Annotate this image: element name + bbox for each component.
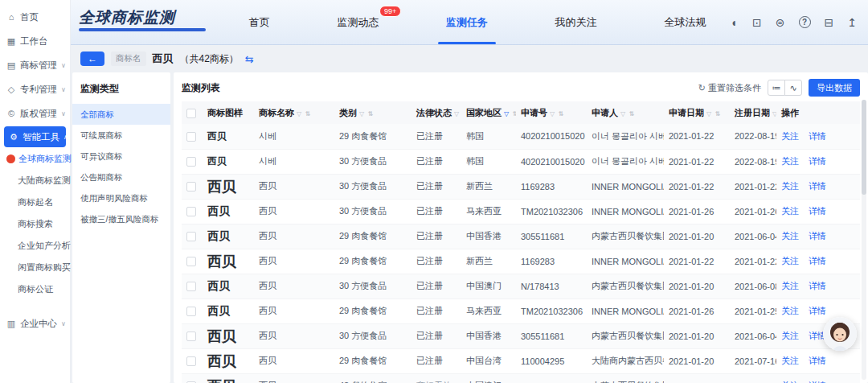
application-no-cell: 305511681 xyxy=(516,323,587,348)
customer-service-icon[interactable]: ⊜ xyxy=(776,17,785,28)
row-checkbox[interactable] xyxy=(186,207,196,216)
sort-icon[interactable]: ⇅ xyxy=(555,110,564,117)
sort-icon[interactable]: ⇅ xyxy=(712,110,721,117)
trademark-logo: 西贝 xyxy=(207,253,236,270)
swap-icon[interactable]: ⇆ xyxy=(245,53,254,65)
sidebar-sub-item[interactable]: 商标起名 xyxy=(0,192,70,213)
nav-tab[interactable]: 我的关注 xyxy=(552,1,600,44)
follow-link[interactable]: 关注 xyxy=(781,131,799,141)
applicant-cell: INNER MONGOLIA XIBEI RESTA xyxy=(587,174,664,199)
application-no-cell: N/63278 xyxy=(516,373,587,383)
sidebar-sub-item[interactable]: 商标搜索 xyxy=(0,213,70,235)
monitor-type-item[interactable]: 全部商标 xyxy=(72,104,170,125)
nav-tab[interactable]: 监测动态 99+ xyxy=(334,1,382,44)
table-row[interactable]: 西贝 시베 30 方便食品 已注册 韩国 4020210015020 이너 몽골… xyxy=(182,149,860,174)
detail-link[interactable]: 详情 xyxy=(809,306,826,315)
trademark-name-cell: 西贝 xyxy=(254,373,334,383)
column-header-label: 法律状态 xyxy=(416,108,452,117)
detail-link[interactable]: 详情 xyxy=(809,281,826,290)
back-button[interactable]: ← xyxy=(80,51,104,66)
help-icon[interactable]: ? xyxy=(799,16,811,28)
filter-icon[interactable]: ▽ xyxy=(772,110,776,117)
assistant-avatar[interactable] xyxy=(823,317,857,351)
sidebar-item[interactable]: ▦ 工作台 xyxy=(0,29,70,53)
legal-status-cell: 已注册 xyxy=(411,124,461,149)
sidebar-item[interactable]: © 版权管理 ∨ xyxy=(0,101,70,126)
table-row[interactable]: 西贝 西贝 29 肉食餐馆 已注册 新西兰 1169283 INNER MONG… xyxy=(182,249,860,274)
sort-icon[interactable]: ⇅ xyxy=(365,110,374,117)
table-row[interactable]: 西贝 西贝 29 肉食餐馆 已注册 马来西亚 TM2021032306 INNE… xyxy=(182,299,860,323)
table-row[interactable]: 西贝 西贝 29 肉食餐馆 已注册 中国台湾 110004295 大陆商内蒙古西… xyxy=(182,348,860,373)
sidebar-sub-item[interactable]: 大陆商标监测 xyxy=(0,170,70,192)
sidebar-item[interactable]: ◇ 专利管理 ∨ xyxy=(0,77,70,101)
table-row[interactable]: 西贝 西贝 30 方便食品 已注册 中国香港 305511681 内蒙古西贝餐饮… xyxy=(182,323,860,348)
row-checkbox[interactable] xyxy=(186,282,196,291)
nav-tab[interactable]: 全球法规 xyxy=(661,1,709,44)
table-view-button[interactable]: ≔ xyxy=(768,80,785,96)
checkbox-cell xyxy=(182,373,203,383)
export-data-button[interactable]: 导出数据 xyxy=(809,79,860,97)
monitor-type-item[interactable]: 被撤三/撤五风险商标 xyxy=(72,208,170,229)
checkbox-cell xyxy=(182,174,203,199)
monitor-type-item[interactable]: 可续展商标 xyxy=(72,125,170,146)
row-checkbox[interactable] xyxy=(186,132,196,142)
follow-link[interactable]: 关注 xyxy=(781,356,799,365)
table-row[interactable]: 西贝 西贝 30 方便食品 已注册 新西兰 1169283 INNER MONG… xyxy=(182,174,860,199)
follow-link[interactable]: 关注 xyxy=(781,206,799,216)
sidebar-sub-item[interactable]: 企业知产分析 xyxy=(0,235,70,257)
monitor-type-item[interactable]: 可异议商标 xyxy=(72,146,170,167)
sort-icon[interactable]: ⇅ xyxy=(510,110,516,117)
sidebar-sub-item[interactable]: 全球商标监测 xyxy=(0,148,70,170)
sidebar-sub-item[interactable]: 闲置商标购买 xyxy=(0,257,70,278)
row-checkbox[interactable] xyxy=(186,332,196,341)
table-row[interactable]: 西贝 西贝 30 方便食品 已注册 马来西亚 TM2021032306 INNE… xyxy=(182,199,860,224)
select-all-checkbox[interactable] xyxy=(186,109,196,118)
table-row[interactable]: 西贝 西贝 29 肉食餐馆 已注册 中国香港 305511681 内蒙古西贝餐饮… xyxy=(182,224,860,249)
follow-link[interactable]: 关注 xyxy=(781,281,799,290)
detail-link[interactable]: 详情 xyxy=(809,131,826,141)
detail-link[interactable]: 详情 xyxy=(809,256,826,266)
row-checkbox[interactable] xyxy=(186,157,196,167)
row-checkbox[interactable] xyxy=(186,182,196,192)
theme-contrast-icon[interactable]: ◐ xyxy=(732,17,739,28)
detail-link[interactable]: 详情 xyxy=(809,181,826,191)
column-header-label: 申请人 xyxy=(592,108,618,117)
follow-link[interactable]: 关注 xyxy=(781,331,799,340)
sort-icon[interactable]: ⇅ xyxy=(302,110,311,117)
follow-link[interactable]: 关注 xyxy=(781,181,799,191)
table-row[interactable]: 西贝 西贝 43 餐饮住宿 商标无效 中国澳门 N/63278 内蒙古西贝餐饮集… xyxy=(182,373,860,383)
sidebar-item[interactable]: ⚙ 智能工具 ∧ xyxy=(4,126,66,147)
sidebar-sub-item[interactable]: 商标公证 xyxy=(0,278,70,300)
detail-link[interactable]: 详情 xyxy=(809,206,826,216)
share-export-icon[interactable]: ↥ xyxy=(847,17,857,28)
fullscreen-icon[interactable]: ⊡ xyxy=(752,17,762,28)
assistant-girl-icon xyxy=(823,317,857,351)
follow-link[interactable]: 关注 xyxy=(781,156,799,166)
sidebar-item-enterprise-center[interactable]: ▥ 企业中心 ∨ xyxy=(0,311,70,336)
row-checkbox[interactable] xyxy=(186,232,196,241)
row-checkbox[interactable] xyxy=(186,257,196,266)
follow-link[interactable]: 关注 xyxy=(781,231,799,241)
detail-link[interactable]: 详情 xyxy=(809,156,826,166)
reset-filter-button[interactable]: ↻ 重置筛选条件 xyxy=(698,82,761,94)
scrollbar-thumb[interactable] xyxy=(862,100,866,195)
row-checkbox[interactable] xyxy=(186,307,196,316)
message-icon[interactable]: ⊟ xyxy=(825,17,834,28)
monitor-type-item[interactable]: 公告期商标 xyxy=(72,167,170,187)
follow-link[interactable]: 关注 xyxy=(781,306,799,315)
sort-icon[interactable]: ⇅ xyxy=(626,110,635,117)
row-checkbox[interactable] xyxy=(186,356,196,366)
chart-view-button[interactable]: ∿ xyxy=(784,80,802,96)
sort-icon[interactable]: ⇅ xyxy=(460,110,461,117)
sidebar-item[interactable]: ⌂ 首页 xyxy=(0,5,70,29)
table-row[interactable]: 西贝 西贝 30 方便食品 已注册 中国澳门 N/178413 内蒙古西贝餐饮集… xyxy=(182,274,860,299)
sidebar-item[interactable]: ▤ 商标管理 ∨ xyxy=(0,53,70,77)
nav-tab[interactable]: 首页 xyxy=(246,1,273,44)
follow-link[interactable]: 关注 xyxy=(781,256,799,266)
nav-tab[interactable]: 监测任务 xyxy=(443,1,491,44)
vertical-scrollbar[interactable] xyxy=(862,100,866,380)
detail-link[interactable]: 详情 xyxy=(809,356,826,365)
table-row[interactable]: 西贝 시베 29 肉食餐馆 已注册 韩国 4020210015020 이너 몽골… xyxy=(182,124,860,149)
detail-link[interactable]: 详情 xyxy=(809,231,826,241)
monitor-type-item[interactable]: 使用声明风险商标 xyxy=(72,187,170,208)
